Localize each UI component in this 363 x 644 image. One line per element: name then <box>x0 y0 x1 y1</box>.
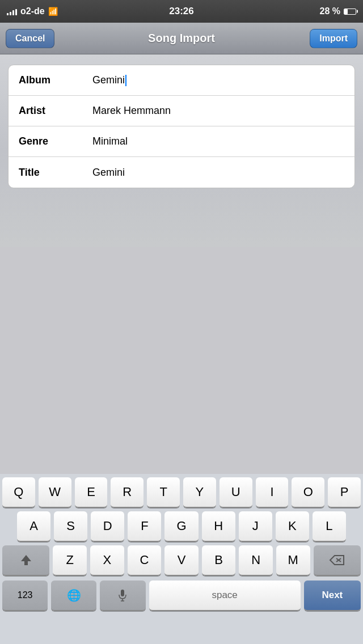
status-bar: o2-de 📶 23:26 28 % <box>0 0 363 23</box>
key-w[interactable]: W <box>39 477 71 508</box>
value-artist[interactable]: Marek Hemmann <box>92 105 344 117</box>
battery-fill <box>344 9 348 14</box>
svg-rect-3 <box>121 590 124 596</box>
battery-percentage: 28 % <box>320 6 340 16</box>
status-left: o2-de 📶 <box>7 6 58 16</box>
status-right: 28 % <box>320 6 356 16</box>
keyboard-row-3: Z X C V B N M <box>0 542 363 576</box>
key-d[interactable]: D <box>91 511 124 542</box>
microphone-key[interactable] <box>100 581 145 611</box>
cancel-button[interactable]: Cancel <box>6 29 54 48</box>
key-x[interactable]: X <box>90 545 124 576</box>
signal-bar-1 <box>7 13 9 15</box>
key-k[interactable]: K <box>276 511 309 542</box>
key-j[interactable]: J <box>239 511 272 542</box>
space-key[interactable]: space <box>149 581 301 611</box>
key-v[interactable]: V <box>164 545 199 576</box>
value-title[interactable]: Gemini <box>92 167 344 179</box>
key-l[interactable]: L <box>313 511 346 542</box>
key-r[interactable]: R <box>111 477 143 508</box>
signal-bar-4 <box>15 9 17 15</box>
key-s[interactable]: S <box>54 511 87 542</box>
microphone-icon <box>118 589 127 601</box>
label-title: Title <box>19 167 92 179</box>
backspace-key[interactable] <box>314 545 361 576</box>
keyboard-row-1: Q W E R T Y U I O P <box>0 474 363 508</box>
label-album: Album <box>19 74 92 86</box>
key-i[interactable]: I <box>256 477 289 508</box>
shift-icon <box>20 554 32 566</box>
signal-bar-3 <box>12 10 14 15</box>
form-row-genre[interactable]: Genre Minimal <box>9 126 354 157</box>
globe-key[interactable]: 🌐 <box>51 581 96 611</box>
key-z[interactable]: Z <box>53 545 87 576</box>
value-genre[interactable]: Minimal <box>92 135 344 147</box>
key-o[interactable]: O <box>292 477 324 508</box>
svg-marker-0 <box>21 555 31 565</box>
next-key[interactable]: Next <box>304 581 361 611</box>
nav-title: Song Import <box>148 32 215 45</box>
key-m[interactable]: M <box>276 545 310 576</box>
battery-body <box>344 9 356 15</box>
shift-key[interactable] <box>2 545 49 576</box>
keyboard-row-4: 123 🌐 space Next <box>0 576 363 617</box>
label-genre: Genre <box>19 135 92 147</box>
carrier-label: o2-de <box>20 6 45 16</box>
key-t[interactable]: T <box>147 477 180 508</box>
form-row-artist[interactable]: Artist Marek Hemmann <box>9 96 354 126</box>
content-area: Album Gemini Artist Marek Hemmann Genre … <box>0 54 363 247</box>
globe-icon: 🌐 <box>67 588 81 602</box>
status-time: 23:26 <box>169 6 193 17</box>
form-row-title[interactable]: Title Gemini <box>9 157 354 188</box>
nav-bar: Cancel Song Import Import <box>0 23 363 54</box>
key-h[interactable]: H <box>202 511 235 542</box>
key-e[interactable]: E <box>75 477 108 508</box>
backspace-icon <box>329 554 345 566</box>
import-button[interactable]: Import <box>310 29 357 48</box>
form-card: Album Gemini Artist Marek Hemmann Genre … <box>8 65 355 188</box>
key-p[interactable]: P <box>328 477 361 508</box>
key-a[interactable]: A <box>17 511 50 542</box>
key-q[interactable]: Q <box>2 477 35 508</box>
key-y[interactable]: Y <box>183 477 216 508</box>
key-b[interactable]: B <box>202 545 236 576</box>
numbers-key[interactable]: 123 <box>2 581 48 611</box>
label-artist: Artist <box>19 105 92 117</box>
value-album[interactable]: Gemini <box>92 74 344 86</box>
key-c[interactable]: C <box>128 545 162 576</box>
wifi-icon: 📶 <box>48 7 58 16</box>
key-n[interactable]: N <box>239 545 273 576</box>
key-u[interactable]: U <box>220 477 252 508</box>
battery-icon <box>344 9 356 15</box>
key-g[interactable]: G <box>164 511 198 542</box>
keyboard-row-2: A S D F G H J K L <box>0 508 363 542</box>
text-cursor <box>125 75 126 86</box>
key-f[interactable]: F <box>128 511 161 542</box>
form-row-album[interactable]: Album Gemini <box>9 65 354 96</box>
signal-bar-2 <box>10 12 11 15</box>
signal-bars <box>7 7 17 15</box>
keyboard: Q W E R T Y U I O P A S D F G H J K L Z … <box>0 474 363 644</box>
